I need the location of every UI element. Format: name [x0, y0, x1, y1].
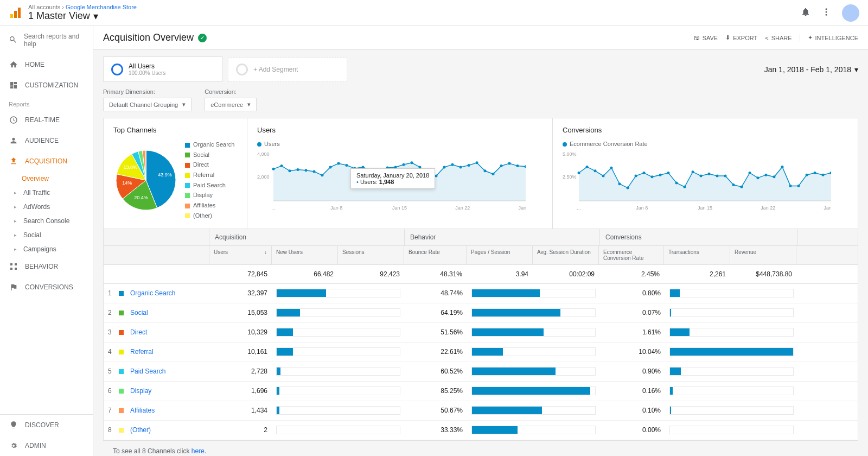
svg-point-53 — [602, 175, 605, 178]
nav-admin[interactable]: ADMIN — [0, 435, 93, 456]
acquisition-icon — [9, 156, 18, 166]
verified-icon: ✓ — [198, 34, 207, 42]
svg-point-35 — [476, 161, 478, 164]
svg-point-64 — [692, 170, 694, 173]
caret-down-icon: ▾ — [854, 65, 858, 74]
svg-point-14 — [305, 169, 308, 172]
nav-conversions[interactable]: CONVERSIONS — [0, 277, 93, 297]
footer-link: To see all 8 Channels click here. — [103, 441, 858, 457]
nav-discover[interactable]: DISCOVER — [0, 415, 93, 435]
behavior-icon — [9, 262, 18, 271]
sub-campaigns[interactable]: ▸Campaigns — [0, 242, 93, 256]
svg-point-13 — [297, 168, 299, 171]
channel-link[interactable]: Organic Search — [130, 289, 175, 297]
notifications-icon[interactable] — [801, 7, 810, 18]
sub-search-console[interactable]: ▸Search Console — [0, 214, 93, 228]
svg-point-66 — [708, 173, 711, 175]
svg-text:Jan 29: Jan 29 — [518, 205, 526, 211]
svg-point-5 — [826, 14, 827, 16]
svg-text:13.8%: 13.8% — [124, 164, 138, 169]
avatar[interactable] — [842, 4, 859, 22]
nav-realtime[interactable]: REAL-TIME — [0, 110, 93, 130]
svg-point-58 — [643, 172, 646, 174]
see-all-link[interactable]: here — [192, 447, 205, 455]
svg-point-63 — [684, 186, 686, 188]
channel-link[interactable]: Display — [130, 387, 151, 395]
sub-overview[interactable]: Overview — [0, 172, 93, 186]
svg-point-67 — [716, 175, 719, 178]
share-button[interactable]: <SHARE — [765, 34, 792, 41]
table-row: 5 Paid Search 2,728 60.52% 0.90% — [104, 362, 858, 382]
more-vert-icon[interactable] — [821, 7, 831, 18]
svg-rect-0 — [10, 14, 13, 18]
svg-text:4,000: 4,000 — [257, 151, 270, 157]
search-placeholder: Search reports and help — [24, 33, 84, 48]
sub-social[interactable]: ▸Social — [0, 228, 93, 242]
svg-text:...: ... — [271, 205, 276, 211]
group-behavior: Behavior — [405, 229, 600, 245]
intelligence-button[interactable]: ✦INTELLIGENCE — [800, 34, 858, 41]
svg-text:43.9%: 43.9% — [158, 172, 172, 178]
channel-link[interactable]: Social — [130, 309, 148, 316]
primary-dimension-dropdown[interactable]: Default Channel Grouping▾ — [103, 98, 192, 111]
svg-point-15 — [313, 170, 316, 173]
channel-link[interactable]: Paid Search — [130, 368, 165, 375]
search-icon — [9, 35, 17, 46]
channel-link[interactable]: (Other) — [130, 426, 151, 434]
svg-point-68 — [724, 175, 727, 178]
svg-point-38 — [500, 164, 503, 167]
nav-acquisition[interactable]: ACQUISITION — [0, 151, 93, 172]
search-row[interactable]: Search reports and help — [0, 26, 93, 54]
date-range-picker[interactable]: Jan 1, 2018 - Feb 1, 2018▾ — [764, 65, 858, 74]
conversions-line-chart: 2.50%5.00%...Jan 8Jan 15Jan 22Jan 29 — [563, 151, 831, 211]
export-button[interactable]: ⬇EXPORT — [725, 34, 757, 41]
svg-point-18 — [337, 162, 340, 165]
svg-point-55 — [618, 182, 621, 185]
sort-icon[interactable]: ↓ — [264, 249, 267, 261]
svg-point-54 — [610, 167, 613, 169]
bulb-icon — [9, 420, 18, 430]
svg-point-16 — [321, 174, 324, 176]
nav-home[interactable]: HOME — [0, 54, 93, 75]
channel-link[interactable]: Affiliates — [130, 407, 155, 414]
svg-rect-1 — [14, 11, 17, 18]
segment-circle-icon — [111, 64, 123, 75]
clock-icon — [9, 115, 18, 125]
segment-all-users[interactable]: All Users100.00% Users — [103, 56, 222, 82]
svg-point-32 — [451, 163, 454, 166]
nav-customization[interactable]: CUSTOMIZATION — [0, 75, 93, 96]
table-row: 4 Referral 10,161 22.61% 10.04% — [104, 343, 858, 362]
breadcrumb-store-link[interactable]: Google Merchandise Store — [66, 4, 137, 10]
save-button[interactable]: 🖫SAVE — [694, 34, 718, 41]
conversion-dropdown[interactable]: eCommerce▾ — [205, 98, 257, 111]
chart-tooltip: Saturday, January 20, 2018 • Users: 1,94… — [350, 168, 435, 189]
top-channels-chart: Top Channels 43.9%20.4%14%13.8% Organic … — [104, 118, 247, 229]
svg-point-50 — [578, 172, 580, 174]
conversions-chart: Conversions Ecommerce Conversion Rate 2.… — [553, 118, 858, 229]
caret-right-icon: ▸ — [14, 204, 17, 210]
channel-link[interactable]: Direct — [130, 328, 147, 336]
svg-point-52 — [594, 169, 597, 172]
svg-text:2,000: 2,000 — [257, 174, 270, 180]
sub-all-traffic[interactable]: ▸All Traffic — [0, 186, 93, 200]
pie-chart: 43.9%20.4%14%13.8% — [113, 148, 178, 213]
svg-point-34 — [468, 164, 470, 167]
nav-behavior[interactable]: BEHAVIOR — [0, 256, 93, 277]
svg-point-19 — [346, 164, 348, 167]
sub-adwords[interactable]: ▸AdWords — [0, 200, 93, 214]
svg-point-74 — [773, 175, 776, 178]
svg-point-73 — [765, 174, 768, 176]
svg-point-77 — [797, 185, 800, 187]
share-icon: < — [765, 35, 768, 41]
page-title: Acquisition Overview✓ — [103, 32, 207, 43]
svg-text:Jan 15: Jan 15 — [698, 205, 712, 211]
caret-right-icon: ▸ — [14, 218, 17, 224]
table-row: 2 Social 15,053 64.19% 0.07% — [104, 303, 858, 323]
channel-link[interactable]: Referral — [130, 348, 154, 356]
ga-logo-icon — [9, 7, 22, 20]
svg-point-61 — [667, 172, 670, 174]
view-selector[interactable]: 1 Master View▾ — [28, 10, 137, 22]
svg-point-62 — [675, 181, 678, 184]
nav-audience[interactable]: AUDIENCE — [0, 130, 93, 151]
add-segment-button[interactable]: + Add Segment — [228, 58, 347, 81]
